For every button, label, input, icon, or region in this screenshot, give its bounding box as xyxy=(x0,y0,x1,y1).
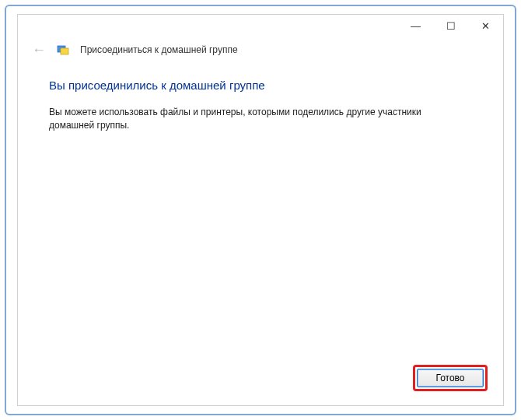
dialog-title: Присоединиться к домашней группе xyxy=(80,44,238,55)
close-button[interactable]: ✕ xyxy=(468,15,503,37)
back-arrow-icon[interactable]: ← xyxy=(32,43,46,57)
svg-rect-1 xyxy=(61,48,68,54)
minimize-button[interactable]: — xyxy=(398,15,433,37)
footer: Готово xyxy=(18,355,503,405)
window-controls: — ☐ ✕ xyxy=(398,15,503,37)
homegroup-icon xyxy=(57,44,69,56)
dialog-window: — ☐ ✕ ← Присоединиться к домашней группе… xyxy=(17,14,504,406)
header-row: ← Присоединиться к домашней группе xyxy=(18,40,503,65)
page-heading: Вы присоединились к домашней группе xyxy=(49,79,472,92)
maximize-button[interactable]: ☐ xyxy=(433,15,468,37)
content-area: Вы присоединились к домашней группе Вы м… xyxy=(18,65,503,355)
body-text: Вы можете использовать файлы и принтеры,… xyxy=(49,106,453,133)
titlebar: — ☐ ✕ xyxy=(18,15,503,40)
done-button[interactable]: Готово xyxy=(417,369,484,387)
done-button-highlight: Готово xyxy=(413,365,488,391)
